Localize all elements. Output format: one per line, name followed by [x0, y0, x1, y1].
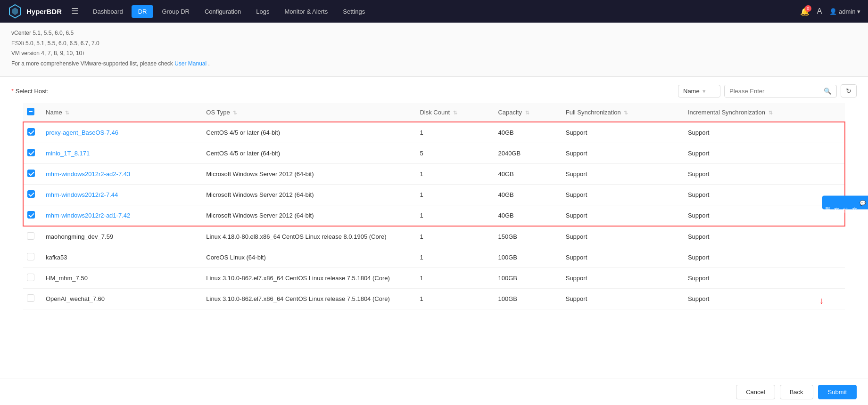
nav-configuration[interactable]: Configuration — [198, 5, 248, 18]
row-full-sync: Support — [566, 170, 587, 178]
row-name: mhm-windows2012r2-ad1-7.42 — [46, 212, 130, 219]
chat-widget[interactable]: 💬 在 线 客 服 — [822, 196, 868, 210]
row-name: mhm-windows2012r2-7.44 — [46, 191, 118, 198]
info-line-2: ESXi 5.0, 5.1, 5.5, 6.0, 6.5, 6.7, 7.0 — [11, 39, 857, 49]
search-button[interactable]: 🔍 — [819, 85, 836, 97]
row-disk-count: 1 — [420, 129, 423, 136]
os-sort-icon[interactable]: ⇅ — [233, 110, 237, 115]
select-all-checkbox[interactable] — [27, 108, 34, 115]
row-checkbox[interactable] — [27, 211, 35, 219]
disk-sort-icon[interactable]: ⇅ — [453, 110, 457, 115]
arrow-indicator: ↓ — [819, 295, 824, 306]
row-capacity: 40GB — [498, 191, 513, 198]
row-disk-count: 1 — [420, 170, 423, 178]
row-checkbox[interactable] — [27, 190, 35, 198]
row-inc-sync: Support — [688, 170, 710, 178]
nav-group-dr[interactable]: Group DR — [155, 5, 196, 18]
logo[interactable]: HyperBDR — [8, 4, 62, 19]
row-os-type: Microsoft Windows Server 2012 (64-bit) — [206, 212, 314, 219]
capacity-sort-icon[interactable]: ⇅ — [525, 110, 529, 115]
user-menu[interactable]: 👤 admin ▾ — [829, 8, 860, 15]
row-disk-count: 1 — [420, 254, 423, 261]
logo-icon — [8, 4, 23, 19]
table-row: maohongming_dev_7.59 Linux 4.18.0-80.el8… — [23, 226, 845, 247]
row-checkbox[interactable] — [27, 274, 34, 281]
full-sync-sort-icon[interactable]: ⇅ — [624, 110, 628, 115]
nav-settings[interactable]: Settings — [336, 5, 372, 18]
row-inc-sync: Support — [688, 254, 710, 261]
table-body: proxy-agent_BaseOS-7.46 CentOS 4/5 or la… — [23, 122, 845, 309]
host-table: Name ⇅ OS Type ⇅ Disk Count ⇅ Capacity — [23, 103, 845, 309]
row-name: maohongming_dev_7.59 — [46, 233, 113, 240]
row-inc-sync: Support — [688, 275, 710, 282]
nav-dashboard[interactable]: Dashboard — [86, 5, 130, 18]
logo-text: HyperBDR — [26, 8, 62, 16]
row-disk-count: 1 — [420, 295, 423, 302]
info-line-3: VM version 4, 7, 8, 9, 10, 10+ — [11, 49, 857, 59]
select-host-text: Select Host: — [16, 88, 49, 95]
user-manual-link[interactable]: User Manual — [174, 60, 207, 67]
search-type-dropdown[interactable]: Name ▾ — [678, 85, 720, 97]
row-disk-count: 1 — [420, 191, 423, 198]
table-header-row: Name ⇅ OS Type ⇅ Disk Count ⇅ Capacity — [23, 103, 845, 122]
row-checkbox[interactable] — [27, 149, 35, 156]
nav-right: 🔔 0 A 👤 admin ▾ — [800, 7, 860, 16]
notification-bell[interactable]: 🔔 0 — [800, 7, 810, 16]
th-inc-sync: Incremental Synchronization ⇅ — [684, 103, 845, 122]
row-inc-sync: Support — [688, 129, 710, 136]
row-checkbox[interactable] — [27, 253, 34, 260]
required-mark: * — [11, 88, 16, 95]
page-footer: Cancel Back Submit — [0, 379, 868, 405]
select-host-section: * Select Host: Name ▾ 🔍 ↻ — [0, 77, 868, 313]
th-name: Name ⇅ — [42, 103, 202, 122]
name-sort-icon[interactable]: ⇅ — [65, 110, 69, 115]
hamburger-icon[interactable]: ☰ — [71, 6, 79, 16]
row-full-sync: Support — [566, 212, 587, 219]
th-checkbox — [23, 103, 42, 122]
nav-dr[interactable]: DR — [132, 5, 154, 18]
row-capacity: 40GB — [498, 129, 513, 136]
row-capacity: 100GB — [498, 295, 517, 302]
notification-count: 0 — [805, 5, 811, 12]
nav-links: Dashboard DR Group DR Configuration Logs… — [86, 5, 800, 18]
select-host-header: * Select Host: Name ▾ 🔍 ↻ — [11, 84, 857, 97]
nav-logs[interactable]: Logs — [249, 5, 276, 18]
row-full-sync: Support — [566, 129, 587, 136]
row-disk-count: 1 — [420, 212, 423, 219]
row-checkbox[interactable] — [27, 232, 34, 240]
cancel-button[interactable]: Cancel — [736, 385, 775, 399]
row-inc-sync: Support — [688, 150, 710, 157]
row-os-type: Microsoft Windows Server 2012 (64-bit) — [206, 191, 314, 198]
nav-monitor-alerts[interactable]: Monitor & Alerts — [278, 5, 334, 18]
row-capacity: 100GB — [498, 254, 517, 261]
row-name: HM_mhm_7.50 — [46, 275, 88, 282]
th-disk-count: Disk Count ⇅ — [416, 103, 494, 122]
chat-icon: 💬 — [860, 200, 866, 206]
language-switcher[interactable]: A — [817, 7, 822, 16]
row-checkbox[interactable] — [27, 170, 35, 177]
row-full-sync: Support — [566, 275, 587, 282]
row-disk-count: 5 — [420, 150, 423, 157]
th-full-sync: Full Synchronization ⇅ — [562, 103, 684, 122]
row-capacity: 40GB — [498, 212, 513, 219]
table-row: mhm-windows2012r2-ad2-7.43 Microsoft Win… — [23, 164, 845, 185]
table-row: OpenAI_wechat_7.60 Linux 3.10.0-862.el7.… — [23, 289, 845, 309]
back-button[interactable]: Back — [780, 385, 813, 399]
table-row: kafka53 CoreOS Linux (64-bit) 1 100GB Su… — [23, 247, 845, 268]
row-capacity: 2040GB — [498, 150, 521, 157]
table-row: mhm-windows2012r2-7.44 Microsoft Windows… — [23, 185, 845, 205]
row-disk-count: 1 — [420, 275, 423, 282]
search-input[interactable] — [725, 85, 819, 97]
th-capacity: Capacity ⇅ — [494, 103, 562, 122]
refresh-button[interactable]: ↻ — [841, 84, 857, 97]
row-full-sync: Support — [566, 254, 587, 261]
submit-button[interactable]: Submit — [818, 385, 857, 399]
inc-sync-sort-icon[interactable]: ⇅ — [769, 110, 773, 115]
row-os-type: CentOS 4/5 or later (64-bit) — [206, 150, 280, 157]
info-banner: vCenter 5.1, 5.5, 6.0, 6.5 ESXi 5.0, 5.1… — [0, 23, 868, 77]
row-full-sync: Support — [566, 233, 587, 240]
row-checkbox[interactable] — [27, 128, 35, 136]
row-checkbox[interactable] — [27, 294, 34, 302]
row-os-type: CoreOS Linux (64-bit) — [206, 254, 265, 261]
table-container: Name ⇅ OS Type ⇅ Disk Count ⇅ Capacity — [11, 103, 857, 309]
